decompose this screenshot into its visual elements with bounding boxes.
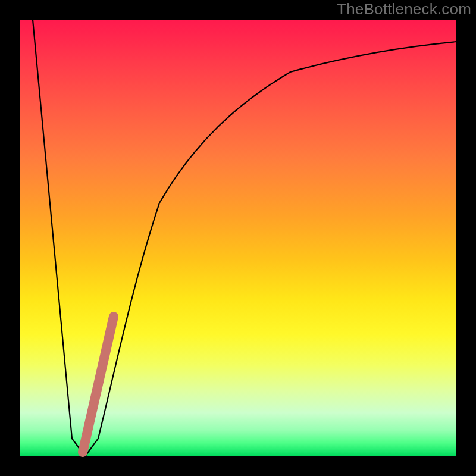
chart-svg <box>20 20 456 456</box>
chart-frame: TheBottleneck.com <box>0 0 476 476</box>
highlight-segment <box>83 317 114 452</box>
plot-area <box>20 20 456 456</box>
attribution-watermark: TheBottleneck.com <box>337 0 471 18</box>
